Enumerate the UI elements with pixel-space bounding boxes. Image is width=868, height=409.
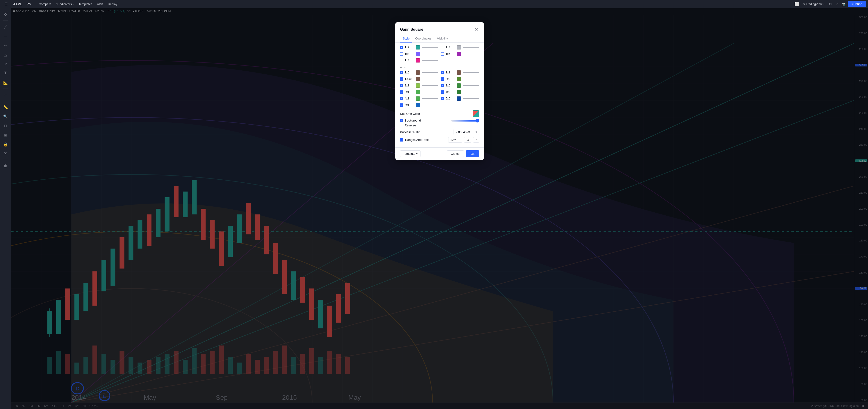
eye-icon[interactable]: 👁 [1, 149, 10, 158]
chart-area[interactable]: ■ Apple Inc · 2W · Cboe BZX▾ O220.90 H22… [11, 8, 868, 409]
arrow-icon[interactable]: ↗ [1, 60, 10, 68]
arc-1x0-checkbox[interactable] [400, 71, 403, 74]
indicators-button[interactable]: ⎍ Indicators ▾ [54, 1, 75, 7]
background-checkbox[interactable] [400, 119, 403, 122]
text-icon[interactable]: T [1, 69, 10, 77]
arc-1p5x0-color[interactable] [416, 77, 420, 81]
fan-1x8-checkbox[interactable] [400, 59, 403, 62]
arc-4x1-cb-wrap: 4x1 [400, 97, 414, 100]
layers-icon[interactable]: ⊞ [1, 131, 10, 139]
arc-1x1-color[interactable] [457, 70, 461, 75]
arc-1p5x0-label: 1.5x0 [405, 77, 412, 81]
main-layout: ✛ ╱ ─ ✏ △ ↗ T 📐 ← 📏 🔍 ⊡ ⊞ 🔒 👁 🗑 ■ Apple … [0, 8, 868, 409]
arc-4x0-checkbox[interactable] [441, 91, 444, 94]
fan-1x2-checkbox[interactable] [400, 46, 403, 49]
ok-button[interactable]: Ok [466, 150, 479, 157]
arc-3x0-line [463, 85, 479, 86]
arc-3x1-color[interactable] [416, 90, 420, 94]
camera-icon[interactable]: 📷 [841, 1, 847, 7]
fan-1x5-checkbox[interactable] [441, 52, 444, 56]
fan-1x3-color[interactable] [457, 45, 461, 49]
top-right-icons: ⬜ ⊙ TradingView ▾ ⚙ ⤢ 📷 Publish [794, 1, 866, 7]
tab-style[interactable]: Style [400, 35, 412, 42]
dialog-close-button[interactable]: ✕ [474, 26, 479, 33]
crosshair-icon[interactable]: ✛ [1, 10, 10, 19]
tab-coordinates[interactable]: Coordinates [412, 35, 434, 42]
fan-1x8-color[interactable] [416, 58, 420, 63]
horizontal-line-icon[interactable]: ─ [1, 32, 10, 40]
arc-2x0-color[interactable] [457, 77, 461, 81]
menu-icon[interactable]: ☰ [2, 0, 10, 8]
cancel-button[interactable]: Cancel [447, 150, 464, 157]
lock-icon[interactable]: 🔒 [1, 140, 10, 148]
arc-2x0-checkbox[interactable] [441, 77, 444, 81]
fan-1x4-checkbox[interactable] [400, 52, 403, 56]
arc-5x1-row: 5x1 [400, 103, 438, 107]
arc-3x1-checkbox[interactable] [400, 91, 403, 94]
arc-3x0-checkbox[interactable] [441, 84, 444, 87]
tab-visibility[interactable]: Visibility [434, 35, 451, 42]
fan-1x3-checkbox[interactable] [441, 46, 444, 49]
fan-1x4-color[interactable] [416, 52, 420, 56]
fan-1x4-cb-wrap: 1x4 [400, 52, 414, 56]
zoom-icon[interactable]: 🔍 [1, 112, 10, 121]
arc-4x0-color[interactable] [457, 90, 461, 94]
arc-4x1-checkbox[interactable] [400, 97, 403, 100]
ruler-icon[interactable]: 📏 [1, 103, 10, 111]
templates-button[interactable]: Templates [76, 1, 94, 7]
trash-icon[interactable]: 🗑 [1, 162, 10, 170]
shapes-icon[interactable]: △ [1, 50, 10, 59]
arc-5x0-color[interactable] [457, 96, 461, 101]
arc-5x0-label: 5x0 [446, 97, 453, 100]
arc-1p5x0-checkbox[interactable] [400, 77, 403, 81]
settings-icon[interactable]: ⚙ [827, 1, 833, 7]
replay-button[interactable]: Replay [106, 1, 119, 7]
arc-5x1-color[interactable] [416, 103, 420, 107]
use-one-color-label: Use One Color [400, 112, 420, 115]
back-icon[interactable]: ← [1, 91, 10, 99]
tradingview-logo-btn[interactable]: ⊙ TradingView ▾ [801, 1, 827, 7]
compare-button[interactable]: Compare [37, 1, 53, 7]
measure-icon[interactable]: 📐 [1, 78, 10, 87]
template-button[interactable]: Template ▾ [400, 150, 421, 157]
arc-2x1-color[interactable] [416, 83, 420, 88]
use-one-color-swatch[interactable] [473, 110, 479, 117]
ranges-checkbox[interactable] [400, 138, 403, 141]
arc-2x1-row: 2x1 [400, 83, 438, 88]
arc-3x0-color[interactable] [457, 83, 461, 88]
symbol-label[interactable]: AAPL [11, 1, 24, 7]
timeframe-label[interactable]: 2W [25, 1, 33, 7]
arc-5x1-checkbox[interactable] [400, 103, 403, 107]
left-sidebar: ✛ ╱ ─ ✏ △ ↗ T 📐 ← 📏 🔍 ⊡ ⊞ 🔒 👁 🗑 [0, 8, 11, 409]
arc-4x1-color[interactable] [416, 96, 420, 101]
fan-1x3-row: 1x3 [441, 45, 479, 49]
spinner-down[interactable]: ▼ [475, 132, 477, 134]
reverse-checkbox[interactable] [400, 124, 403, 127]
arc-5x0-row: 5x0 [441, 96, 479, 101]
publish-button[interactable]: Publish [848, 1, 866, 7]
background-cb-wrap: Background [400, 119, 421, 122]
fan-1x5-color[interactable] [457, 52, 461, 56]
brush-icon[interactable]: ✏ [1, 41, 10, 49]
price-bar-ratio-input[interactable]: 2.8364523 ▲ ▼ [454, 129, 479, 135]
bold-button[interactable]: B [464, 137, 471, 143]
italic-button[interactable]: I [473, 137, 479, 143]
trend-line-icon[interactable]: ╱ [1, 23, 10, 31]
fan-1x2-color[interactable] [416, 45, 420, 49]
arc-1x0-color[interactable] [416, 70, 420, 75]
arc-5x0-cb-wrap: 5x0 [441, 97, 455, 100]
arc-5x0-checkbox[interactable] [441, 97, 444, 100]
arc-3x1-row: 3x1 [400, 90, 438, 94]
template-chevron: ▾ [416, 152, 417, 155]
ranges-select[interactable]: 12 ▾ [448, 137, 462, 143]
fullscreen-icon[interactable]: ⬜ [794, 1, 800, 7]
alert-button[interactable]: Alert [95, 1, 105, 7]
expand-icon[interactable]: ⤢ [834, 1, 840, 7]
arc-1x1-checkbox[interactable] [441, 71, 444, 74]
background-opacity-slider[interactable] [451, 120, 479, 122]
arc-3x0-label: 3x0 [446, 84, 453, 87]
tv-logo: ⊙ [802, 2, 805, 6]
arc-2x1-checkbox[interactable] [400, 84, 403, 87]
magnet-icon[interactable]: ⊡ [1, 122, 10, 130]
arc-4x1-line [422, 98, 438, 99]
